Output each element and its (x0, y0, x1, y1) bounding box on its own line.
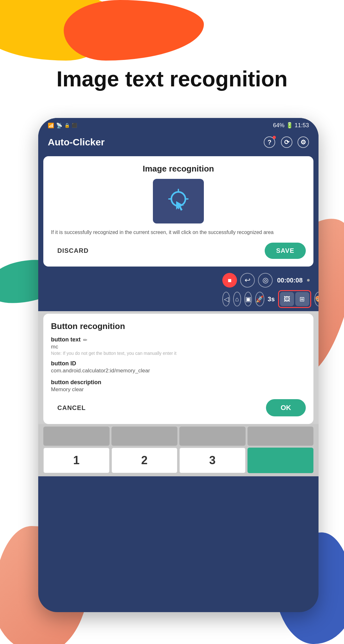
button-text-value: mc (51, 344, 306, 350)
button-desc-value: Memory clear (51, 386, 306, 393)
calc-key[interactable] (179, 427, 246, 446)
back-button[interactable]: ◁ (222, 292, 230, 306)
battery-level: 64% (273, 122, 284, 128)
lock-icon: 🔒 (64, 123, 70, 128)
timer-display: 00:00:08 (277, 277, 303, 284)
toolbar-area: ■ ↩ ◎ 00:00:08 ∧ ◁ ⌂ (43, 270, 313, 311)
calc-key-teal[interactable] (247, 448, 314, 473)
time-display: 11:53 (295, 122, 309, 128)
image-text-icon: 🖼 (284, 296, 290, 303)
app-title: Auto-Clicker (48, 137, 104, 148)
calc-key[interactable] (43, 427, 110, 446)
calculator-keys-row2: 1 2 3 (38, 446, 319, 476)
palette-icon: 🎨 (315, 295, 319, 303)
status-bar-left: 📶 📡 🔒 ⬛ (48, 122, 77, 128)
cursor-icon (164, 187, 193, 216)
record-button[interactable]: ■ (222, 273, 237, 288)
toolbar-row-2: ◁ ⌂ ▣ 🚀 3s 🖼 ⊞ (222, 290, 319, 308)
cancel-button[interactable]: CANCEL (51, 401, 92, 415)
ok-button[interactable]: OK (266, 399, 306, 416)
discard-button[interactable]: DISCARD (51, 244, 95, 258)
card-actions: DISCARD SAVE (51, 243, 306, 259)
calc-key[interactable] (111, 427, 178, 446)
page-title: Image text recognition (19, 67, 325, 91)
launch-button[interactable]: 🚀 (255, 292, 264, 306)
rocket-icon: 🚀 (256, 295, 264, 303)
image-text-group: 🖼 ⊞ (278, 290, 311, 308)
button-text-label-row: button text ✏ (51, 336, 306, 344)
home-icon: ⌂ (235, 296, 239, 303)
image-recognition-card: Image recognition If it is successfully … (43, 156, 313, 267)
text-select-icon: ⊞ (299, 295, 305, 303)
home-button[interactable]: ⌂ (233, 292, 241, 306)
recognition-image (153, 179, 204, 223)
floating-toolbar: ■ ↩ ◎ 00:00:08 ∧ ◁ ⌂ (218, 270, 319, 311)
help-button[interactable]: ? (263, 136, 276, 149)
app-header: Auto-Clicker ? ⟳ ⚙ (38, 131, 319, 153)
button-id-value: com.android.calculator2:id/memory_clear (51, 368, 306, 374)
text-select-button[interactable]: ⊞ (295, 292, 309, 306)
settings-button[interactable]: ⚙ (297, 136, 309, 148)
save-button[interactable]: SAVE (265, 243, 306, 259)
button-recognition-title: Button recognition (51, 321, 306, 331)
status-bar-right: 64% 🔋 11:53 (273, 122, 309, 129)
palette-button[interactable]: 🎨 (314, 292, 319, 306)
wifi-icon: 📡 (56, 122, 62, 128)
undo-icon: ↩ (245, 276, 250, 284)
image-text-button[interactable]: 🖼 (280, 292, 294, 306)
edit-icon[interactable]: ✏ (83, 337, 87, 343)
notification-dot (273, 136, 276, 139)
button-recognition-card: Button recognition button text ✏ mc Note… (43, 314, 313, 424)
calc-key-3[interactable]: 3 (179, 448, 246, 473)
button-text-label: button text (51, 336, 81, 343)
button-desc-label: button description (51, 379, 306, 386)
tasks-button[interactable]: ▣ (244, 292, 252, 306)
calc-key-2[interactable]: 2 (111, 448, 178, 473)
button-text-note: Note: If you do not get the button text,… (51, 351, 306, 356)
nfc-icon: ⬛ (72, 123, 77, 128)
header-icons: ? ⟳ ⚙ (263, 136, 309, 149)
toolbar-row-1: ■ ↩ ◎ 00:00:08 ∧ (222, 273, 319, 288)
status-bar: 📶 📡 🔒 ⬛ 64% 🔋 11:53 (38, 118, 319, 131)
phone-mockup: 📶 📡 🔒 ⬛ 64% 🔋 11:53 Auto-Clicker ? ⟳ ⚙ I… (38, 118, 319, 612)
target-icon: ◎ (262, 276, 269, 284)
image-recognition-desc: If it is successfully recognized in the … (51, 229, 306, 236)
bottom-section: Button recognition button text ✏ mc Note… (38, 311, 319, 476)
history-button[interactable]: ⟳ (281, 136, 292, 148)
speed-label: 3s (268, 296, 275, 303)
back-icon: ◁ (224, 295, 229, 303)
signal-icon: 📶 (48, 122, 54, 128)
undo-button[interactable]: ↩ (240, 273, 255, 288)
tasks-icon: ▣ (245, 295, 251, 303)
calculator-area (38, 424, 319, 446)
record-icon: ■ (228, 277, 232, 284)
calc-key[interactable] (247, 427, 314, 446)
bottom-actions: CANCEL OK (51, 399, 306, 416)
blob-orange (64, 0, 204, 61)
calc-key-1[interactable]: 1 (43, 448, 110, 473)
target-button[interactable]: ◎ (258, 273, 273, 288)
image-recognition-title: Image recognition (51, 164, 306, 174)
button-id-label: button ID (51, 360, 306, 367)
status-dot (307, 279, 310, 282)
